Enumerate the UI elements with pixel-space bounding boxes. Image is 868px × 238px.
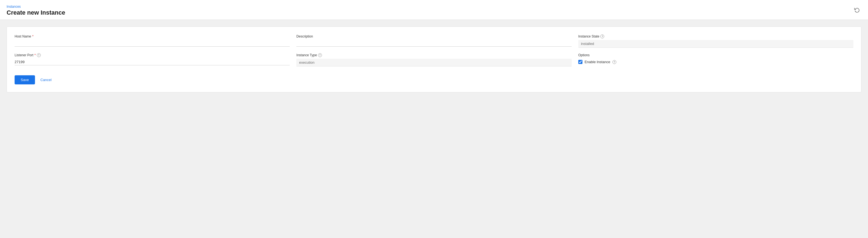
host-name-group: Host Name * [14, 34, 290, 48]
action-row: Save Cancel [14, 72, 854, 84]
instance-type-help-icon: ? [318, 53, 322, 57]
enable-instance-label[interactable]: Enable Instance [585, 60, 610, 64]
instance-state-input [578, 40, 854, 48]
listener-port-label: Listener Port * ? [14, 53, 290, 57]
listener-port-required: * [34, 53, 36, 57]
form-row-2: Listener Port * ? Instance Type ? [14, 53, 854, 67]
breadcrumb[interactable]: Instances [7, 5, 21, 8]
form-card: Host Name * Description Instance State [7, 26, 861, 92]
description-group: Description [296, 34, 571, 48]
host-name-label: Host Name * [14, 34, 290, 38]
description-label: Description [296, 34, 571, 38]
options-label: Options [578, 53, 854, 57]
instance-state-group: Instance State ? [578, 34, 854, 48]
enable-instance-row: Enable Instance ? [578, 60, 854, 64]
options-group: Options Enable Instance ? [578, 53, 854, 67]
instance-type-label: Instance Type ? [296, 53, 571, 57]
instance-type-group: Instance Type ? [296, 53, 571, 67]
instance-state-help-icon: ? [600, 34, 604, 38]
page-title: Create new Instance [7, 9, 861, 16]
host-name-input[interactable] [14, 40, 290, 47]
history-icon [854, 7, 860, 13]
instance-type-input [296, 59, 571, 67]
instance-state-label: Instance State ? [578, 34, 854, 38]
listener-port-input[interactable] [14, 59, 290, 65]
save-button[interactable]: Save [14, 75, 35, 84]
listener-port-help-icon: ? [37, 53, 41, 57]
form-row-1: Host Name * Description Instance State [14, 34, 854, 48]
enable-instance-checkbox[interactable] [578, 60, 583, 64]
content-area: Host Name * Description Instance State [0, 20, 868, 236]
description-input[interactable] [296, 40, 571, 47]
history-button[interactable] [852, 5, 861, 14]
host-name-required: * [32, 34, 34, 38]
enable-instance-help-icon: ? [613, 60, 616, 64]
header: Instances Create new Instance [0, 0, 868, 20]
cancel-button[interactable]: Cancel [39, 75, 53, 84]
listener-port-group: Listener Port * ? [14, 53, 290, 67]
